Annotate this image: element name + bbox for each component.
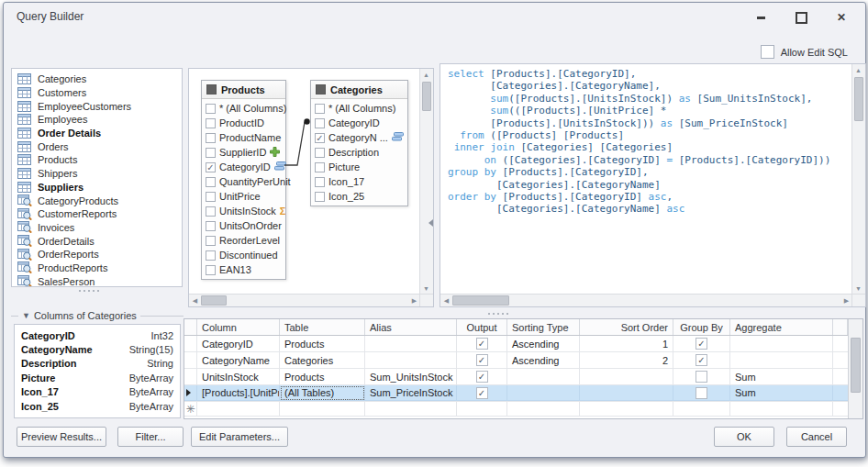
field-checkbox[interactable] — [206, 221, 216, 231]
table-list-item[interactable]: Invoices — [12, 221, 182, 235]
edit-parameters-button[interactable]: Edit Parameters... — [191, 427, 288, 447]
field-checkbox[interactable] — [206, 104, 216, 114]
diagram-field-row[interactable]: SupplierID — [202, 145, 285, 160]
table-list-item[interactable]: Order Details — [12, 127, 182, 140]
cell-table[interactable]: Categories — [280, 352, 365, 368]
cell-sorting-type[interactable] — [507, 369, 580, 384]
cell-aggregate[interactable]: Sum — [730, 385, 833, 401]
preview-results-button[interactable]: Preview Results... — [17, 427, 106, 447]
field-checkbox[interactable] — [315, 192, 325, 202]
cell-column[interactable]: [Products].[UnitPrice] * ... — [197, 385, 280, 401]
cell-column[interactable]: CategoryName — [197, 352, 280, 368]
filter-button[interactable]: Filter... — [117, 427, 184, 447]
grid-vscroll-thumb[interactable] — [851, 338, 861, 393]
scroll-left-icon[interactable]: ◀ — [189, 295, 201, 306]
field-checkbox[interactable] — [206, 206, 216, 217]
grid-checkbox[interactable]: ✓ — [476, 387, 488, 399]
field-checkbox[interactable] — [315, 104, 325, 114]
grid-column-header[interactable]: Table — [280, 319, 365, 335]
grid-checkbox[interactable]: ✓ — [696, 354, 707, 366]
field-checkbox[interactable] — [206, 250, 216, 261]
grid-vscrollbar[interactable] — [848, 319, 862, 418]
diagram-field-row[interactable]: UnitsOnOrder — [202, 218, 285, 233]
grid-checkbox[interactable]: ✓ — [476, 371, 488, 383]
diagram-field-row[interactable]: ReorderLevel — [202, 233, 285, 248]
table-list-item[interactable]: Customers — [12, 86, 182, 100]
field-checkbox[interactable] — [206, 118, 216, 128]
minimize-button[interactable] — [753, 10, 768, 25]
sql-hscroll-thumb[interactable] — [452, 295, 509, 306]
sql-vscrollbar[interactable]: ▲ ▼ — [851, 64, 865, 295]
cell-alias[interactable]: Sum_PriceInStock — [365, 385, 457, 401]
grid-new-row[interactable]: ✳ — [184, 402, 848, 417]
table-select-checkbox[interactable] — [316, 84, 326, 95]
cell-sorting-type[interactable] — [507, 385, 580, 401]
field-checkbox[interactable] — [315, 148, 325, 158]
field-checkbox[interactable] — [315, 118, 325, 128]
cell-output[interactable]: ✓ — [457, 352, 507, 368]
table-list-item[interactable]: EmployeeCustomers — [12, 99, 182, 113]
grid-data-row[interactable]: [Products].[UnitPrice] * ...(All Tables)… — [184, 385, 848, 402]
cell-sorting-type[interactable]: Ascending — [507, 336, 580, 351]
table-list-item[interactable]: OrderDetails — [12, 234, 182, 248]
grid-checkbox[interactable]: ✓ — [476, 338, 488, 350]
field-checkbox[interactable] — [206, 148, 216, 158]
field-checkbox[interactable] — [206, 133, 216, 143]
table-list-item[interactable]: Employees — [12, 113, 182, 127]
table-list-item[interactable]: ProductReports — [12, 261, 182, 275]
grid-checkbox[interactable]: ✓ — [696, 338, 707, 350]
diagram-field-row[interactable]: Icon_17 — [311, 174, 407, 189]
grid-column-header[interactable]: Column — [197, 319, 280, 335]
diagram-field-row[interactable]: ✓CategoryN ... — [311, 130, 407, 145]
table-list-item[interactable]: Categories — [12, 72, 182, 86]
grid-column-header[interactable]: Sorting Type — [507, 319, 580, 335]
field-checkbox[interactable] — [315, 162, 325, 172]
diagram-table-header[interactable]: Products — [202, 81, 285, 99]
cell-group-by[interactable] — [673, 385, 730, 401]
ok-button[interactable]: OK — [714, 427, 774, 447]
diagram-hscroll-thumb[interactable] — [201, 295, 227, 306]
field-checkbox[interactable] — [206, 236, 216, 246]
table-list-item[interactable]: Products — [12, 153, 182, 167]
scroll-up-icon[interactable]: ▲ — [852, 64, 864, 76]
splitter-collapse-icon[interactable] — [425, 219, 433, 227]
cell-aggregate[interactable] — [730, 336, 833, 351]
diagram-field-row[interactable]: * (All Columns) — [311, 101, 407, 116]
field-checkbox[interactable] — [315, 177, 325, 187]
cell-group-by[interactable]: ✓ — [673, 336, 730, 351]
cell-sort-order[interactable]: 1 — [580, 336, 673, 351]
cell-sort-order[interactable]: 2 — [580, 352, 673, 368]
grid-checkbox[interactable] — [696, 387, 707, 399]
table-list-item[interactable]: Suppliers — [12, 181, 182, 195]
scroll-up-icon[interactable]: ▲ — [420, 69, 432, 81]
cell-alias[interactable]: Sum_UnitsInStock — [365, 369, 457, 384]
diagram-field-row[interactable]: Icon_25 — [311, 189, 407, 204]
diagram-field-row[interactable]: CategoryID — [311, 116, 407, 130]
table-list-item[interactable]: Orders — [12, 139, 182, 153]
diagram-table-header[interactable]: Categories — [311, 81, 407, 99]
diagram-field-row[interactable]: * (All Columns) — [202, 101, 285, 116]
cell-table[interactable]: (All Tables) — [280, 385, 365, 401]
columns-info-header[interactable]: ▼ Columns of Categories — [11, 309, 184, 322]
scroll-left-icon[interactable]: ◀ — [440, 295, 452, 306]
diagram-vscroll-thumb[interactable] — [422, 82, 431, 111]
sql-text[interactable]: select [Products].[CategoryID], [Categor… — [448, 68, 851, 293]
diagram-field-row[interactable]: ✓CategoryID — [202, 160, 285, 174]
sql-hscrollbar[interactable]: ◀ ▶ — [440, 294, 852, 306]
grid-column-header[interactable]: Group By — [673, 319, 730, 335]
table-list-item[interactable]: CustomerReports — [12, 207, 182, 221]
diagram-field-row[interactable]: Picture — [311, 160, 407, 174]
horizontal-splitter-grip[interactable] — [488, 313, 508, 315]
field-checkbox[interactable] — [206, 265, 216, 275]
grid-column-header[interactable]: Alias — [365, 319, 457, 335]
table-list-item[interactable]: Shippers — [12, 167, 182, 181]
cell-output[interactable]: ✓ — [457, 369, 507, 384]
cell-alias[interactable] — [365, 352, 457, 368]
diagram-field-row[interactable]: EAN13 — [202, 262, 285, 277]
cell-sort-order[interactable] — [580, 385, 673, 401]
diagram-field-row[interactable]: QuantityPerUnit — [202, 174, 285, 189]
cell-aggregate[interactable]: Sum — [730, 369, 833, 384]
cell-table[interactable]: Products — [280, 369, 365, 384]
grid-checkbox[interactable] — [696, 371, 707, 383]
cell-aggregate[interactable] — [730, 352, 833, 368]
